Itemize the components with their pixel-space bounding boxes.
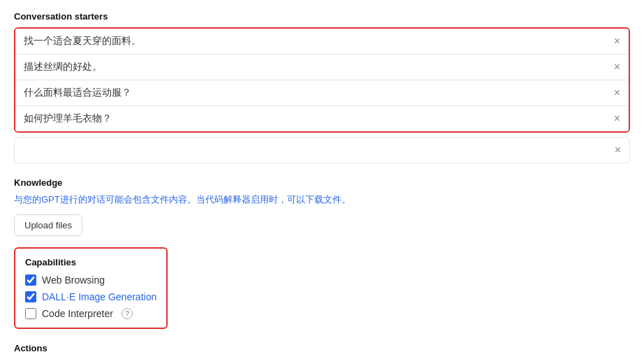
knowledge-section: Knowledge 与您的GPT进行的对话可能会包含文件内容。当代码解释器启用时…	[14, 177, 630, 236]
actions-label: Actions	[14, 343, 630, 353]
knowledge-label: Knowledge	[14, 177, 630, 188]
capability-checkbox-2[interactable]	[25, 308, 36, 319]
starters-box: ××××	[14, 27, 630, 133]
starter-row: ×	[15, 29, 629, 54]
starter-empty-row: ×	[14, 137, 630, 163]
capability-item-0: Web Browsing	[25, 274, 156, 286]
starter-empty-close-button[interactable]: ×	[606, 139, 629, 161]
page-container: Conversation starters ×××× × Knowledge 与…	[0, 0, 644, 359]
capabilities-title: Capabilities	[25, 257, 156, 268]
actions-section: Actions 创建新操作	[14, 343, 630, 359]
capability-item-1: DALL·E Image Generation	[25, 291, 156, 302]
capabilities-box: Capabilities Web BrowsingDALL·E Image Ge…	[14, 247, 168, 329]
starter-input-3[interactable]	[15, 106, 606, 131]
capability-checkbox-0[interactable]	[25, 274, 36, 286]
knowledge-description: 与您的GPT进行的对话可能会包含文件内容。当代码解释器启用时，可以下载文件。	[14, 193, 630, 206]
help-icon-2[interactable]: ?	[122, 308, 133, 319]
starter-close-button-3[interactable]: ×	[606, 108, 629, 130]
starter-input-2[interactable]	[15, 80, 606, 105]
starter-close-button-1[interactable]: ×	[606, 56, 629, 78]
conversation-starters-section: Conversation starters ×××× ×	[14, 11, 630, 163]
capability-label-2: Code Interpreter	[42, 308, 113, 319]
starter-empty-input[interactable]	[15, 138, 606, 163]
capability-checkbox-1[interactable]	[25, 291, 36, 302]
starter-close-button-2[interactable]: ×	[606, 82, 629, 104]
starter-row: ×	[15, 54, 629, 80]
capability-item-2: Code Interpreter?	[25, 308, 156, 319]
starter-row: ×	[15, 80, 629, 106]
starter-input-0[interactable]	[15, 29, 606, 54]
starter-row: ×	[15, 106, 629, 131]
conversation-starters-label: Conversation starters	[14, 11, 630, 22]
starter-input-1[interactable]	[15, 54, 606, 80]
upload-files-button[interactable]: Upload files	[14, 214, 82, 236]
capability-label-1: DALL·E Image Generation	[42, 291, 156, 302]
capabilities-section: Capabilities Web BrowsingDALL·E Image Ge…	[14, 247, 630, 329]
starter-close-button-0[interactable]: ×	[606, 30, 629, 52]
capabilities-items: Web BrowsingDALL·E Image GenerationCode …	[25, 274, 156, 319]
capability-label-0: Web Browsing	[42, 274, 105, 286]
